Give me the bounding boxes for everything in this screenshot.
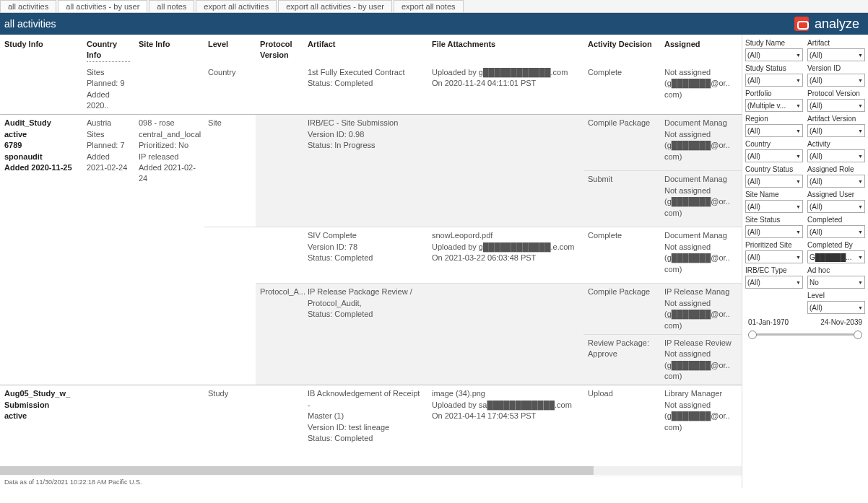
- filter-site-name[interactable]: (All): [745, 200, 803, 213]
- filter-label: Ad hoc: [807, 266, 865, 274]
- filter-label: Assigned Role: [807, 165, 865, 173]
- tab-export-all-activities[interactable]: export all activities: [196, 0, 277, 12]
- filter-completed-by[interactable]: G██████...: [807, 250, 865, 263]
- col-artifact[interactable]: Artifact: [303, 35, 428, 64]
- filter-country[interactable]: (All): [745, 149, 803, 162]
- col-site-info[interactable]: Site Info: [134, 35, 204, 64]
- brand-text: analyze: [815, 17, 859, 32]
- page-header: all activities analyze: [0, 13, 868, 35]
- filter-label: Artifact: [807, 39, 865, 47]
- horizontal-scrollbar[interactable]: [0, 466, 742, 475]
- filter-label: Assigned User: [807, 191, 865, 198]
- date-end: 24-Nov-2039: [820, 318, 862, 326]
- data-grid: Study Info Country Info Site Info Level …: [0, 35, 742, 488]
- filter-label: Completed By: [807, 241, 865, 249]
- filter-assigned-user[interactable]: (All): [807, 200, 865, 213]
- tab-all-activities[interactable]: all activities: [0, 0, 56, 12]
- filter-region[interactable]: (All): [745, 124, 803, 137]
- filter-label: Version ID: [807, 64, 865, 72]
- data-timestamp: Data as of 11/30/2021 10:22:18 AM Pacifi…: [0, 476, 742, 488]
- filter-site-status[interactable]: (All): [745, 225, 803, 238]
- filter-country-status[interactable]: (All): [745, 175, 803, 188]
- filter-artifact-version[interactable]: (All): [807, 124, 865, 137]
- filter-artifact[interactable]: (All): [807, 48, 865, 61]
- filter-label: Study Name: [745, 39, 803, 47]
- filter-ad-hoc[interactable]: No: [807, 276, 865, 289]
- tab-bar: all activities all activities - by user …: [0, 0, 868, 13]
- filter-label: Site Name: [745, 191, 803, 198]
- slider-thumb-end[interactable]: [854, 331, 862, 339]
- filter-version-id[interactable]: (All): [807, 74, 865, 87]
- filter-label: Country Status: [745, 165, 803, 173]
- filter-panel: Study Name(All) Artifact(All) Study Stat…: [742, 35, 868, 488]
- date-range-labels: 01-Jan-1970 24-Nov-2039: [745, 317, 865, 328]
- filter-label: Site Status: [745, 216, 803, 224]
- filter-label: Artifact Version: [807, 115, 865, 123]
- filter-assigned-role[interactable]: (All): [807, 175, 865, 188]
- filter-protocol-version[interactable]: (All): [807, 99, 865, 112]
- filter-label: Level: [807, 292, 865, 299]
- col-protocol-version[interactable]: Protocol Version: [256, 35, 303, 64]
- col-file-attachments[interactable]: File Attachments: [428, 35, 583, 64]
- filter-level[interactable]: (All): [807, 301, 865, 314]
- filter-label: Country: [745, 140, 803, 148]
- filter-label: Region: [745, 115, 803, 123]
- col-activity-decision[interactable]: Activity Decision: [583, 35, 660, 64]
- table-row[interactable]: SitesPlanned: 9Added 2020.. Country 1st …: [0, 64, 742, 115]
- oracle-logo-icon: [794, 17, 809, 31]
- col-study-info[interactable]: Study Info: [0, 35, 82, 64]
- filter-label: Protocol Version: [807, 89, 865, 97]
- filter-label: Activity: [807, 140, 865, 148]
- filter-prioritized-site[interactable]: (All): [745, 250, 803, 263]
- filter-portfolio[interactable]: (Multiple v...: [745, 99, 803, 112]
- filter-label: Prioritized Site: [745, 241, 803, 249]
- col-country-info[interactable]: Country Info: [82, 35, 134, 64]
- col-assigned[interactable]: Assigned: [660, 35, 742, 64]
- filter-completed[interactable]: (All): [807, 225, 865, 238]
- col-level[interactable]: Level: [204, 35, 256, 64]
- tab-all-activities-by-user[interactable]: all activities - by user: [58, 0, 147, 12]
- tab-export-all-notes[interactable]: export all notes: [394, 0, 464, 12]
- date-start: 01-Jan-1970: [748, 318, 789, 326]
- slider-thumb-start[interactable]: [748, 331, 757, 339]
- brand: analyze: [794, 17, 868, 32]
- page-title: all activities: [4, 18, 56, 30]
- filter-label: IRB/EC Type: [745, 266, 803, 274]
- table-row[interactable]: Audit_Studyactive6789sponauditAdded 2020…: [0, 115, 742, 171]
- filter-irb-ec-type[interactable]: (All): [745, 276, 803, 289]
- filter-study-status[interactable]: (All): [745, 74, 803, 87]
- filter-study-name[interactable]: (All): [745, 48, 803, 61]
- filter-activity[interactable]: (All): [807, 149, 865, 162]
- tab-all-notes[interactable]: all notes: [149, 0, 194, 12]
- table-row[interactable]: Aug05_Study_w_Submissionactive Study IB …: [0, 385, 742, 447]
- filter-label: Completed: [807, 216, 865, 224]
- filter-label: Study Status: [745, 64, 803, 72]
- date-range-slider[interactable]: [748, 329, 862, 341]
- filter-label: Portfolio: [745, 89, 803, 97]
- tab-export-all-activities-by-user[interactable]: export all activities - by user: [278, 0, 392, 12]
